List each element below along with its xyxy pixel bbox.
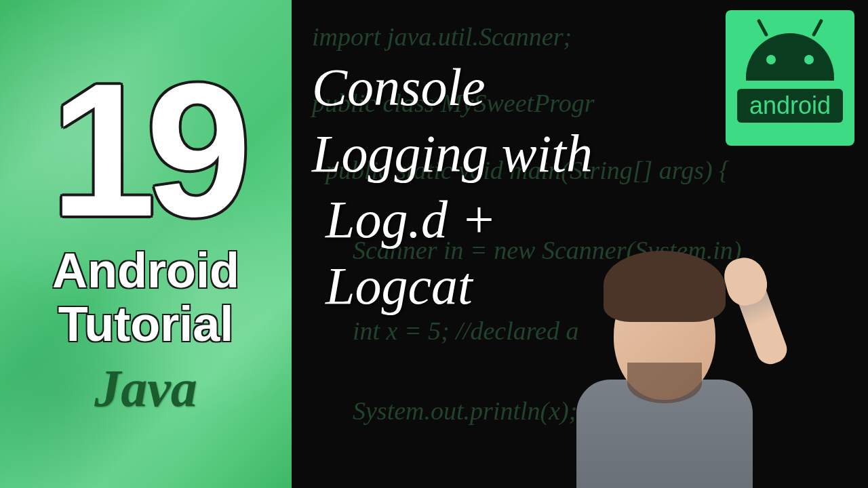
subtitle-tutorial: Tutorial <box>58 298 234 351</box>
right-panel: import java.util.Scanner; public class M… <box>292 0 868 488</box>
title-line: Console <box>312 54 732 121</box>
episode-number: 19 <box>50 69 241 230</box>
presenter-photo <box>549 230 780 488</box>
thumbnail-container: 19 Android Tutorial Java import java.uti… <box>0 0 868 488</box>
left-panel: 19 Android Tutorial Java <box>0 0 292 488</box>
android-badge-label: android <box>737 89 843 123</box>
android-badge: android <box>726 10 854 146</box>
language-label: Java <box>94 358 197 419</box>
android-robot-icon <box>746 33 834 81</box>
title-line: Logging with <box>312 121 732 187</box>
subtitle-android: Android <box>52 244 239 298</box>
